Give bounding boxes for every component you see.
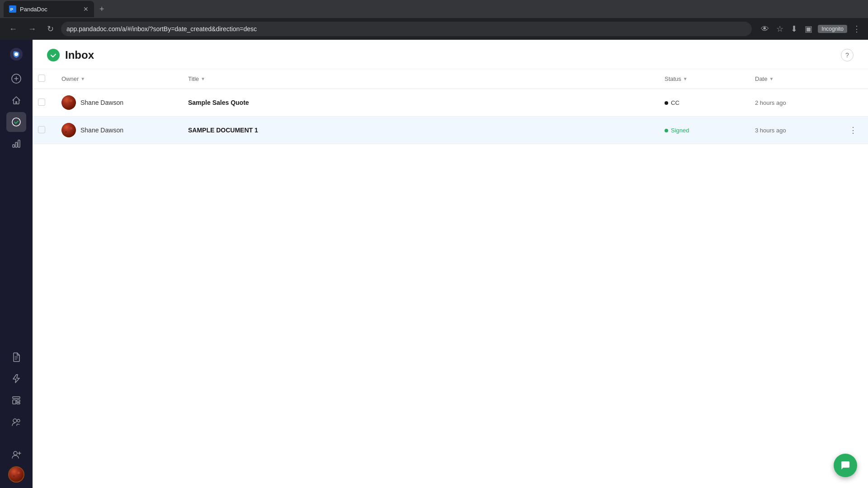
row2-document-title[interactable]: SAMPLE DOCUMENT 1 — [188, 127, 258, 134]
row1-select-cell — [33, 89, 54, 117]
row2-status-badge: Signed — [665, 127, 689, 134]
svg-point-26 — [65, 131, 67, 133]
sidebar-item-contacts[interactable] — [6, 412, 26, 432]
active-tab[interactable]: P PandaDoc ✕ — [4, 1, 94, 17]
title-column-header: Title ▼ — [181, 69, 657, 89]
svg-point-19 — [13, 475, 15, 477]
user-avatar[interactable] — [8, 466, 24, 483]
row1-document-title[interactable]: Sample Sales Quote — [188, 99, 249, 106]
title-sort-icon: ▼ — [201, 76, 205, 81]
svg-rect-11 — [17, 400, 20, 402]
menu-icon[interactable]: ⋮ — [851, 22, 863, 36]
app-container: Inbox ? Owner ▼ — [0, 40, 868, 488]
row1-owner: Shane Dawson — [61, 95, 174, 110]
sidebar-logo — [7, 45, 25, 63]
row2-status-dot — [665, 129, 668, 132]
main-content: Inbox ? Owner ▼ — [33, 40, 868, 488]
browser-chrome: P PandaDoc ✕ + ← → ↻ app.pandadoc.com/a/… — [0, 0, 868, 40]
row1-actions-cell: ⋮ — [838, 89, 868, 117]
tab-favicon: P — [9, 5, 16, 13]
eye-slash-icon[interactable]: 👁 — [759, 23, 771, 36]
reload-button[interactable]: ↻ — [43, 22, 57, 36]
select-all-checkbox[interactable] — [38, 75, 45, 82]
svg-rect-6 — [13, 145, 14, 147]
incognito-badge: Incognito — [818, 25, 847, 33]
date-sort[interactable]: Date ▼ — [755, 75, 831, 82]
row2-select-cell — [33, 117, 54, 144]
owner-sort[interactable]: Owner ▼ — [61, 75, 174, 82]
sidebar-item-add-user[interactable] — [6, 445, 26, 465]
sidebar — [0, 40, 33, 488]
layout-icon[interactable]: ▣ — [803, 22, 814, 36]
sidebar-item-analytics[interactable] — [6, 134, 26, 154]
select-all-header — [33, 69, 54, 89]
nav-bar: ← → ↻ app.pandadoc.com/a/#/inbox/?sortBy… — [0, 18, 868, 40]
page-title: Inbox — [65, 49, 94, 61]
status-sort-icon: ▼ — [683, 76, 688, 81]
row1-status-badge: CC — [665, 99, 679, 106]
url-text: app.pandadoc.com/a/#/inbox/?sortBy=date_… — [66, 25, 257, 33]
row1-date: 2 hours ago — [755, 99, 786, 106]
row2-owner-name: Shane Dawson — [80, 127, 123, 134]
svg-text:P: P — [10, 7, 14, 12]
actions-column-header — [838, 69, 868, 89]
forward-button[interactable]: → — [24, 23, 40, 36]
svg-point-17 — [9, 467, 24, 482]
row2-checkbox[interactable] — [38, 126, 45, 133]
header-left: Inbox — [47, 49, 94, 61]
row2-actions-cell: ⋮ — [838, 117, 868, 144]
row2-owner: Shane Dawson — [61, 123, 174, 137]
row1-title-cell: Sample Sales Quote — [181, 89, 657, 117]
chat-widget: ✕ — [848, 465, 854, 474]
sidebar-item-create[interactable] — [6, 69, 26, 89]
help-button[interactable]: ? — [841, 49, 854, 61]
help-icon: ? — [845, 52, 849, 59]
svg-point-13 — [13, 419, 17, 422]
row2-status-cell: Signed — [657, 117, 748, 144]
inbox-table: Owner ▼ Title ▼ Status — [33, 69, 868, 144]
svg-rect-7 — [15, 142, 17, 147]
status-column-header: Status ▼ — [657, 69, 748, 89]
owner-label: Owner — [61, 75, 79, 82]
row1-status-cell: CC — [657, 89, 748, 117]
svg-point-14 — [17, 419, 20, 422]
row2-more-button[interactable]: ⋮ — [845, 124, 861, 136]
svg-point-22 — [70, 99, 72, 102]
row1-status-text: CC — [671, 99, 679, 106]
row1-status-dot — [665, 101, 668, 105]
row2-status-text: Signed — [671, 127, 689, 134]
page-header: Inbox ? — [33, 40, 868, 69]
svg-point-3 — [14, 52, 18, 56]
row2-date-cell: 3 hours ago — [748, 117, 838, 144]
sidebar-item-dashboard[interactable] — [6, 90, 26, 110]
sidebar-item-templates[interactable] — [6, 390, 26, 410]
table-row: Shane Dawson Sample Sales Quote CC — [33, 89, 868, 117]
row2-owner-cell: Shane Dawson — [54, 117, 181, 144]
back-button[interactable]: ← — [5, 23, 21, 36]
date-column-header: Date ▼ — [748, 69, 838, 89]
inbox-check-icon — [47, 49, 60, 61]
download-icon[interactable]: ⬇ — [789, 22, 799, 36]
title-sort[interactable]: Title ▼ — [188, 75, 650, 82]
bookmark-icon[interactable]: ☆ — [774, 22, 785, 36]
sidebar-item-automation[interactable] — [6, 369, 26, 389]
row2-date: 3 hours ago — [755, 127, 786, 134]
row1-owner-cell: Shane Dawson — [54, 89, 181, 117]
sidebar-item-inbox[interactable] — [6, 112, 26, 132]
svg-point-5 — [12, 118, 20, 126]
svg-rect-10 — [13, 400, 16, 404]
date-label: Date — [755, 75, 767, 82]
svg-point-18 — [18, 472, 20, 474]
new-tab-button[interactable]: + — [96, 3, 108, 16]
tab-bar: P PandaDoc ✕ + — [0, 0, 868, 18]
chat-open-button[interactable] — [834, 454, 857, 477]
svg-point-21 — [61, 95, 76, 110]
row2-title-cell: SAMPLE DOCUMENT 1 — [181, 117, 657, 144]
tab-close-button[interactable]: ✕ — [83, 5, 89, 13]
address-bar[interactable]: app.pandadoc.com/a/#/inbox/?sortBy=date_… — [61, 22, 752, 36]
table-header: Owner ▼ Title ▼ Status — [33, 69, 868, 89]
owner-column-header: Owner ▼ — [54, 69, 181, 89]
status-sort[interactable]: Status ▼ — [665, 75, 741, 82]
row1-checkbox[interactable] — [38, 99, 45, 106]
sidebar-item-documents[interactable] — [6, 347, 26, 367]
